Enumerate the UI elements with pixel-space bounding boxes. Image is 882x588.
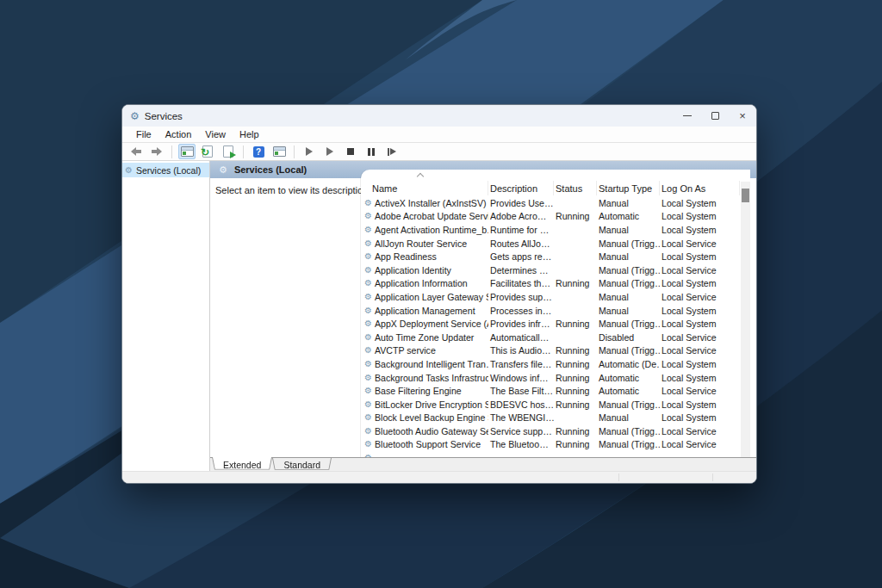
service-startup-type: Manual bbox=[597, 412, 660, 423]
tree-item-services-local[interactable]: ⚙ Services (Local) bbox=[122, 163, 209, 177]
menu-file[interactable]: File bbox=[129, 129, 158, 139]
service-log-on-as: Local System bbox=[660, 198, 740, 208]
service-row[interactable]: ⚙Block Level Backup Engine S… The WBENGI… bbox=[361, 412, 740, 425]
title-bar[interactable]: ⚙ Services × bbox=[122, 105, 756, 127]
status-bar-divider bbox=[712, 473, 713, 481]
services-gear-icon: ⚙ bbox=[364, 400, 372, 409]
service-log-on-as: Local System bbox=[660, 306, 740, 316]
service-startup-type: Manual bbox=[597, 198, 660, 208]
service-startup-type: Disabled bbox=[597, 332, 660, 343]
services-gear-icon: ⚙ bbox=[364, 226, 372, 234]
column-header-description[interactable]: Description bbox=[488, 181, 554, 195]
tree-item-label: Services (Local) bbox=[136, 165, 201, 176]
menu-view[interactable]: View bbox=[198, 129, 233, 139]
tab-extended[interactable]: Extended bbox=[212, 458, 272, 471]
pause-service-button[interactable] bbox=[363, 144, 380, 159]
services-gear-icon: ⚙ bbox=[364, 199, 372, 207]
service-description: Provides sup… bbox=[488, 292, 554, 302]
console-tree-icon bbox=[181, 146, 194, 157]
refresh-button[interactable]: ↻ bbox=[199, 144, 216, 159]
service-row[interactable]: ⚙Background Tasks Infrastruc… Windows in… bbox=[361, 371, 740, 385]
service-log-on-as: Local System bbox=[660, 319, 740, 329]
service-description: Service supp… bbox=[488, 426, 554, 436]
service-row-partial[interactable]: ⚙ bbox=[361, 451, 740, 457]
services-gear-icon: ⚙ bbox=[364, 333, 372, 342]
service-description: Windows inf… bbox=[488, 373, 554, 383]
service-status: Running bbox=[554, 386, 597, 396]
column-header-name[interactable]: Name bbox=[361, 181, 488, 195]
service-log-on-as: Local Service bbox=[660, 238, 740, 249]
services-main-pane: ⚙ Services (Local) Select an item to vie… bbox=[210, 161, 756, 471]
help-icon: ? bbox=[253, 146, 264, 158]
service-row[interactable]: ⚙Base Filtering Engine The Base Filt… Ru… bbox=[361, 384, 740, 398]
service-row[interactable]: ⚙ActiveX Installer (AxInstSV) Provides U… bbox=[361, 196, 740, 210]
service-row[interactable]: ⚙Application Layer Gateway S… Provides s… bbox=[361, 290, 740, 304]
services-gear-icon: ⚙ bbox=[364, 413, 372, 422]
menu-bar: File Action View Help bbox=[122, 127, 756, 143]
export-list-icon bbox=[223, 145, 233, 158]
service-status: Running bbox=[554, 211, 597, 221]
window-title: Services bbox=[145, 111, 183, 121]
pause-service-icon bbox=[368, 148, 375, 156]
maximize-button[interactable] bbox=[701, 105, 729, 127]
service-name: Background Intelligent Tran… bbox=[375, 359, 488, 369]
resume-service-button[interactable] bbox=[321, 144, 339, 159]
action-pane-icon bbox=[273, 146, 286, 157]
service-log-on-as: Local Service bbox=[660, 386, 740, 396]
show-console-tree-button[interactable] bbox=[178, 144, 196, 159]
service-row[interactable]: ⚙App Readiness Gets apps re… Manual Loca… bbox=[361, 250, 740, 263]
service-description: Automaticall… bbox=[488, 332, 554, 343]
service-description: The WBENGI… bbox=[488, 412, 554, 423]
services-gear-icon: ⚙ bbox=[364, 293, 372, 301]
service-row[interactable]: ⚙Auto Time Zone Updater Automaticall… Di… bbox=[361, 331, 740, 344]
console-content: ⚙ Services (Local) ⚙ Services (Local) Se… bbox=[122, 161, 756, 471]
start-service-button[interactable] bbox=[301, 144, 318, 159]
service-startup-type: Automatic (De… bbox=[597, 359, 660, 369]
view-tab-strip: Extended Standard bbox=[210, 457, 756, 471]
service-row[interactable]: ⚙Application Identity Determines … Manua… bbox=[361, 263, 740, 277]
service-row[interactable]: ⚙Application Management Processes in… Ma… bbox=[361, 304, 740, 318]
service-row[interactable]: ⚙AVCTP service This is Audio… Running Ma… bbox=[361, 344, 740, 358]
service-status: Running bbox=[554, 359, 597, 369]
menu-action[interactable]: Action bbox=[158, 129, 199, 139]
vertical-scrollbar[interactable] bbox=[741, 182, 750, 457]
forward-button[interactable] bbox=[148, 144, 165, 159]
services-gear-icon: ⚙ bbox=[364, 306, 372, 315]
start-service-icon bbox=[306, 147, 313, 156]
service-row[interactable]: ⚙Background Intelligent Tran… Transfers … bbox=[361, 357, 740, 371]
services-gear-icon: ⚙ bbox=[364, 440, 372, 449]
service-name: Application Layer Gateway S… bbox=[375, 292, 488, 302]
menu-help[interactable]: Help bbox=[233, 129, 266, 139]
show-action-pane-button[interactable] bbox=[270, 144, 288, 159]
services-window: ⚙ Services × File Action View Help bbox=[121, 104, 757, 484]
service-row[interactable]: ⚙AppX Deployment Service (A… Provides in… bbox=[361, 317, 740, 331]
scrollbar-thumb[interactable] bbox=[742, 189, 749, 202]
description-hint: Select an item to view its description. bbox=[215, 185, 370, 195]
service-name: Bluetooth Support Service bbox=[375, 439, 481, 449]
service-row[interactable]: ⚙Agent Activation Runtime_b… Runtime for… bbox=[361, 223, 740, 237]
service-row[interactable]: ⚙Application Information Facilitates th…… bbox=[361, 277, 740, 291]
service-startup-type: Manual (Trigg… bbox=[597, 399, 660, 410]
service-row[interactable]: ⚙AllJoyn Router Service Routes AllJo… Ma… bbox=[361, 237, 740, 251]
service-row[interactable]: ⚙Bluetooth Audio Gateway Se… Service sup… bbox=[361, 424, 740, 438]
column-header-status[interactable]: Status bbox=[554, 181, 597, 195]
service-status: Running bbox=[554, 399, 597, 410]
service-row[interactable]: ⚙Adobe Acrobat Update Servi… Adobe Acro…… bbox=[361, 210, 740, 224]
column-header-log-on-as[interactable]: Log On As bbox=[660, 181, 740, 195]
tab-standard[interactable]: Standard bbox=[272, 458, 332, 471]
service-row[interactable]: ⚙Bluetooth Support Service The Bluetoo… … bbox=[361, 438, 740, 452]
service-status: Running bbox=[554, 373, 597, 383]
export-list-button[interactable] bbox=[220, 144, 237, 159]
service-description: The Base Filt… bbox=[488, 386, 554, 396]
stop-service-button[interactable] bbox=[342, 144, 359, 159]
column-header-startup-type[interactable]: Startup Type bbox=[597, 181, 660, 195]
restart-service-button[interactable] bbox=[383, 144, 401, 159]
service-row[interactable]: ⚙BitLocker Drive Encryption S… BDESVC ho… bbox=[361, 398, 740, 412]
back-button[interactable] bbox=[127, 144, 145, 159]
services-list: ⚙ActiveX Installer (AxInstSV) Provides U… bbox=[361, 196, 740, 457]
service-startup-type: Manual (Trigg… bbox=[597, 238, 660, 249]
minimize-button[interactable] bbox=[674, 105, 701, 127]
services-gear-icon: ⚙ bbox=[364, 346, 372, 355]
close-button[interactable]: × bbox=[729, 105, 756, 127]
help-button[interactable]: ? bbox=[250, 144, 267, 159]
